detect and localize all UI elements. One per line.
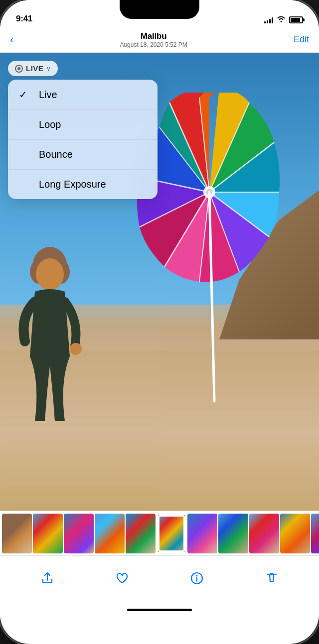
notch [120,0,199,19]
edit-button[interactable]: Edit [294,34,309,45]
film-thumb-8[interactable] [218,514,248,553]
live-chevron-icon: ∨ [46,65,51,72]
delete-button[interactable] [259,566,284,591]
dropdown-bounce-label: Bounce [39,149,73,160]
film-thumb-5[interactable] [126,514,156,553]
dropdown-item-loop[interactable]: Loop [8,110,158,140]
nav-title: Malibu [120,31,187,41]
film-thumb-4[interactable] [95,514,125,553]
dropdown-item-live[interactable]: ✓ Live [8,80,158,110]
film-thumb-1[interactable] [2,514,32,553]
dropdown-loop-label: Loop [39,119,61,130]
nav-bar: ‹ Malibu August 18, 2020 5:52 PM Edit [0,27,319,53]
checkmark-live-icon: ✓ [19,89,31,101]
signal-bar-3 [269,19,271,23]
film-thumb-11[interactable] [311,514,319,553]
film-thumb-2[interactable] [33,514,63,553]
film-thumb-6[interactable] [157,514,186,553]
filmstrip-inner [0,514,319,553]
live-label: LIVE [26,64,43,73]
dropdown-long-exposure-label: Long Exposure [39,179,106,190]
back-button[interactable]: ‹ [10,34,13,45]
battery-icon [289,16,303,23]
filmstrip [0,511,319,555]
back-chevron-icon: ‹ [10,34,13,45]
live-dropdown-menu: ✓ Live Loop Bounce Long Exposure [8,80,158,199]
share-button[interactable] [35,566,60,591]
svg-point-18 [36,258,64,290]
svg-point-21 [196,575,198,576]
signal-bars-icon [264,16,273,23]
live-dot-inner [17,67,20,70]
live-button[interactable]: LIVE ∨ [8,61,58,76]
person [15,242,95,431]
wifi-icon [277,15,286,24]
nav-subtitle: August 18, 2020 5:52 PM [120,41,187,48]
phone-frame: 9:41 [0,0,319,644]
film-thumb-10[interactable] [280,514,310,553]
status-time: 9:41 [16,14,32,24]
film-thumb-9[interactable] [249,514,279,553]
live-dot-icon [15,65,23,73]
film-thumb-7[interactable] [187,514,217,553]
signal-bar-1 [264,21,266,23]
signal-bar-2 [267,20,268,23]
dropdown-item-long-exposure[interactable]: Long Exposure [8,170,158,199]
bottom-toolbar [0,555,319,600]
home-bar [127,609,192,611]
battery-fill [291,18,300,22]
status-icons [264,15,303,24]
info-button[interactable] [184,566,209,591]
signal-bar-4 [272,17,273,23]
svg-point-19 [70,343,82,355]
dropdown-item-bounce[interactable]: Bounce [8,140,158,170]
photo-area: LIVE ∨ ✓ Live Loop Bounce [0,53,319,511]
phone-screen: 9:41 [0,0,319,644]
like-button[interactable] [110,566,135,591]
home-indicator [0,600,319,619]
dropdown-live-label: Live [39,89,57,101]
film-thumb-3[interactable] [64,514,94,553]
nav-title-area: Malibu August 18, 2020 5:52 PM [120,31,187,48]
